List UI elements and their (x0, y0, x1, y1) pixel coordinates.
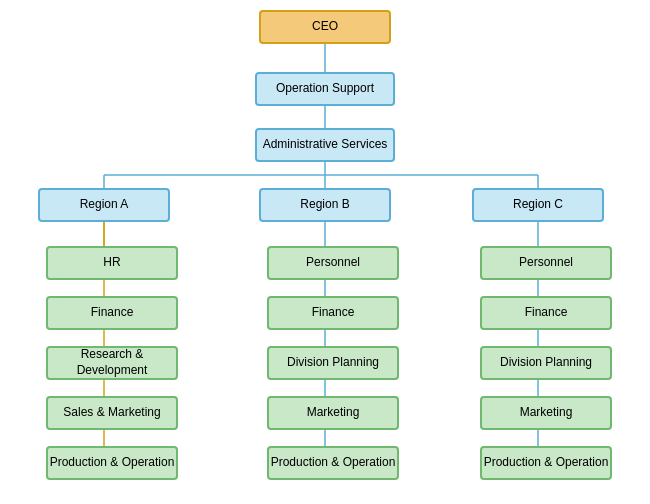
region-a-node: Region A (38, 188, 170, 222)
c-personnel-label: Personnel (519, 255, 573, 271)
admin-services-node: Administrative Services (255, 128, 395, 162)
admin-services-label: Administrative Services (263, 137, 388, 153)
region-b-label: Region B (300, 197, 349, 213)
c-po-label: Production & Operation (484, 455, 609, 471)
a-finance-label: Finance (91, 305, 134, 321)
b-po-label: Production & Operation (271, 455, 396, 471)
op-support-label: Operation Support (276, 81, 374, 97)
a-sm-label: Sales & Marketing (63, 405, 160, 421)
region-c-node: Region C (472, 188, 604, 222)
b-dp-node: Division Planning (267, 346, 399, 380)
ceo-node: CEO (259, 10, 391, 44)
b-marketing-label: Marketing (307, 405, 360, 421)
b-personnel-label: Personnel (306, 255, 360, 271)
b-personnel-node: Personnel (267, 246, 399, 280)
a-sm-node: Sales & Marketing (46, 396, 178, 430)
c-marketing-label: Marketing (520, 405, 573, 421)
c-dp-label: Division Planning (500, 355, 592, 371)
a-finance-node: Finance (46, 296, 178, 330)
c-personnel-node: Personnel (480, 246, 612, 280)
c-finance-node: Finance (480, 296, 612, 330)
b-po-node: Production & Operation (267, 446, 399, 480)
a-hr-node: HR (46, 246, 178, 280)
ceo-label: CEO (312, 19, 338, 35)
a-rd-label: Research & Development (48, 347, 176, 378)
b-finance-node: Finance (267, 296, 399, 330)
c-marketing-node: Marketing (480, 396, 612, 430)
c-finance-label: Finance (525, 305, 568, 321)
b-marketing-node: Marketing (267, 396, 399, 430)
a-po-label: Production & Operation (50, 455, 175, 471)
a-hr-label: HR (103, 255, 120, 271)
op-support-node: Operation Support (255, 72, 395, 106)
b-dp-label: Division Planning (287, 355, 379, 371)
c-dp-node: Division Planning (480, 346, 612, 380)
c-po-node: Production & Operation (480, 446, 612, 480)
region-c-label: Region C (513, 197, 563, 213)
org-chart: CEO Operation Support Administrative Ser… (0, 0, 650, 504)
region-b-node: Region B (259, 188, 391, 222)
region-a-label: Region A (80, 197, 129, 213)
b-finance-label: Finance (312, 305, 355, 321)
a-rd-node: Research & Development (46, 346, 178, 380)
a-po-node: Production & Operation (46, 446, 178, 480)
